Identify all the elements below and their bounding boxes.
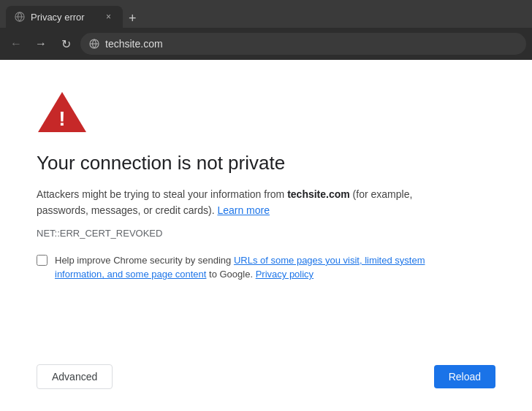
forward-button[interactable]: → bbox=[31, 34, 51, 54]
toolbar: ← → ↻ techsite.com bbox=[0, 28, 532, 60]
browser-chrome: Privacy error × + ← → ↻ techsite.com bbox=[0, 0, 532, 60]
address-bar[interactable]: techsite.com bbox=[80, 33, 526, 55]
learn-more-link[interactable]: Learn more bbox=[217, 204, 270, 216]
checkbox-text-before: Help improve Chrome security by sending bbox=[55, 255, 234, 266]
warning-triangle-icon: ! bbox=[37, 89, 88, 134]
svg-text:!: ! bbox=[58, 107, 65, 130]
privacy-policy-link[interactable]: Privacy policy bbox=[256, 269, 314, 280]
active-tab[interactable]: Privacy error × bbox=[6, 6, 123, 28]
tab-title-label: Privacy error bbox=[31, 12, 97, 23]
back-button[interactable]: ← bbox=[6, 34, 26, 54]
error-heading: Your connection is not private bbox=[37, 152, 495, 174]
reload-button[interactable]: Reload bbox=[434, 365, 495, 388]
tab-favicon-icon bbox=[15, 12, 25, 22]
refresh-button[interactable]: ↻ bbox=[56, 34, 76, 54]
checkbox-row: Help improve Chrome security by sending … bbox=[37, 253, 460, 282]
checkbox-text-after: to Google. bbox=[206, 269, 253, 280]
advanced-button[interactable]: Advanced bbox=[37, 364, 113, 389]
tab-bar: Privacy error × + bbox=[0, 0, 532, 28]
security-checkbox[interactable] bbox=[37, 255, 48, 266]
description-before: Attackers might be trying to steal your … bbox=[37, 188, 287, 200]
error-description: Attackers might be trying to steal your … bbox=[37, 186, 460, 219]
new-tab-button[interactable]: + bbox=[129, 12, 137, 25]
address-text: techsite.com bbox=[105, 38, 163, 50]
checkbox-label: Help improve Chrome security by sending … bbox=[55, 253, 460, 282]
error-code: NET::ERR_CERT_REVOKED bbox=[37, 228, 495, 239]
page-content: ! Your connection is not private Attacke… bbox=[0, 60, 532, 411]
tab-close-button[interactable]: × bbox=[103, 10, 114, 23]
globe-icon bbox=[89, 39, 99, 49]
buttons-row: Advanced Reload bbox=[37, 364, 495, 389]
domain-name: techsite.com bbox=[287, 188, 350, 200]
